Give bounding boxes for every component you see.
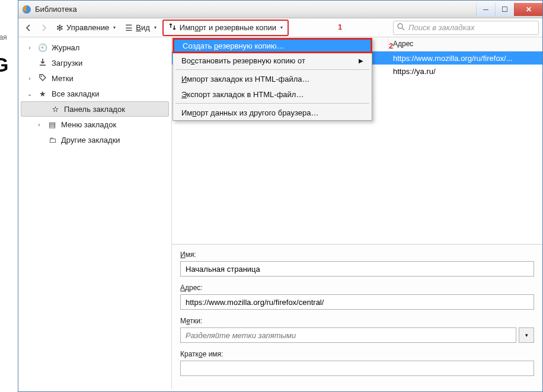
clip-letter: G	[0, 53, 8, 76]
column-address[interactable]: Адрес	[388, 37, 542, 51]
sidebar-item-downloads[interactable]: Загрузки	[18, 55, 171, 70]
import-browser-label: Импорт данных из другого браузера…	[181, 108, 318, 117]
chevron-down-icon: ▾	[280, 25, 283, 30]
clip-text: ная	[0, 33, 7, 41]
name-label: Имя:	[180, 250, 534, 259]
tags-input[interactable]	[180, 327, 516, 343]
expand-icon[interactable]: ›	[35, 121, 43, 128]
sidebar-item-other-bookmarks[interactable]: 🗀 Другие закладки	[18, 132, 171, 147]
minimize-button[interactable]: ─	[476, 3, 495, 16]
toolbar-panel-label: Панель закладок	[64, 105, 125, 114]
import-backup-menu: Создать резервную копию… Восстановить ре…	[173, 38, 372, 121]
sidebar-item-bookmarks-menu[interactable]: › ▤ Меню закладок	[18, 117, 171, 132]
menu-separator	[175, 69, 369, 70]
background-clip: ная G	[0, 0, 18, 392]
chevron-down-icon: ▾	[154, 25, 156, 30]
svg-line-2	[402, 28, 404, 30]
toolbar: ✻ Управление ▾ ☰ Вид ▾ Импорт и резервны…	[18, 18, 542, 37]
sidebar-item-bookmarks-toolbar[interactable]: ✫ Панель закладок	[21, 101, 169, 117]
restore-label: Восстановить резервную копию от	[181, 56, 305, 65]
downloads-label: Загрузки	[52, 59, 82, 68]
close-button[interactable]: ✕	[514, 3, 542, 16]
annotation-2: 2	[389, 41, 393, 50]
shortname-input[interactable]	[180, 361, 534, 376]
sidebar-item-tags[interactable]: › Метки	[18, 70, 171, 86]
view-label: Вид	[136, 23, 150, 32]
shortname-label: Краткое имя:	[180, 350, 534, 358]
svg-point-3	[41, 76, 42, 77]
sidebar-item-history[interactable]: › 🕘 Журнал	[18, 40, 171, 55]
star-panel-icon: ✫	[50, 105, 60, 114]
star-icon: ★	[37, 89, 48, 98]
firefox-icon	[22, 5, 31, 14]
svg-point-1	[398, 24, 403, 28]
manage-label: Управление	[66, 23, 109, 32]
cell-url: https://www.mozilla.org/ru/firefox/...	[388, 54, 542, 63]
menu-restore-backup[interactable]: Восстановить резервную копию от ▶	[173, 53, 372, 68]
details-panel: Имя: Адрес: Метки: ▾ Краткое имя:	[172, 244, 542, 389]
import-html-label: Импорт закладок из HTML-файла…	[181, 75, 310, 83]
import-label: Импорт и резервные копии	[180, 23, 276, 32]
menu-export-html[interactable]: Экспорт закладок в HTML-файл…	[173, 86, 372, 102]
tags-dropdown-button[interactable]: ▾	[519, 327, 534, 343]
all-bookmarks-label: Все закладки	[52, 89, 99, 98]
menu-separator	[175, 103, 369, 104]
tags-label: Метки:	[180, 317, 534, 325]
tags-label: Метки	[52, 74, 74, 83]
backup-label: Создать резервную копию…	[183, 41, 285, 50]
annotation-1: 1	[338, 23, 342, 31]
sidebar-item-all-bookmarks[interactable]: ⌄ ★ Все закладки	[18, 86, 171, 101]
search-icon	[397, 23, 405, 33]
import-export-icon	[168, 23, 177, 33]
gear-icon: ✻	[56, 23, 63, 33]
manage-button[interactable]: ✻ Управление ▾	[53, 21, 119, 35]
menu-import-html[interactable]: Импорт закладок из HTML-файла…	[173, 71, 372, 86]
list-icon: ☰	[125, 23, 133, 33]
import-backup-button[interactable]: Импорт и резервные копии ▾	[162, 20, 289, 36]
export-html-label: Экспорт закладок в HTML-файл…	[181, 90, 304, 99]
download-icon	[37, 58, 48, 68]
menu-create-backup[interactable]: Создать резервную копию…	[173, 38, 372, 53]
tag-icon	[37, 73, 48, 83]
other-bookmarks-label: Другие закладки	[61, 136, 120, 144]
clock-icon: 🕘	[37, 43, 48, 52]
cell-url: https://ya.ru/	[388, 67, 542, 76]
collapse-icon[interactable]: ⌄	[25, 91, 34, 97]
submenu-arrow-icon: ▶	[359, 57, 363, 64]
bookmarks-menu-label: Меню закладок	[61, 120, 116, 129]
sidebar: › 🕘 Журнал Загрузки › Метки ⌄ ★	[18, 37, 172, 389]
window-title: Библиотека	[35, 5, 77, 14]
name-input[interactable]	[180, 261, 534, 277]
folder-icon: 🗀	[47, 136, 58, 144]
address-label: Адрес:	[180, 284, 534, 292]
menu-import-browser[interactable]: Импорт данных из другого браузера…	[173, 105, 372, 120]
address-input[interactable]	[180, 294, 534, 310]
forward-button[interactable]	[37, 21, 50, 34]
menu-icon: ▤	[47, 120, 58, 129]
history-label: Журнал	[52, 43, 79, 52]
maximize-button[interactable]: ☐	[495, 3, 514, 16]
view-button[interactable]: ☰ Вид ▾	[122, 21, 160, 35]
chevron-down-icon: ▾	[113, 25, 116, 30]
expand-icon[interactable]: ›	[25, 75, 34, 82]
search-input[interactable]: Поиск в закладках	[393, 21, 539, 35]
search-placeholder: Поиск в закладках	[408, 23, 474, 32]
expand-icon[interactable]: ›	[25, 44, 34, 51]
chevron-down-icon: ▾	[525, 332, 528, 338]
titlebar: Библиотека ─ ☐ ✕	[18, 1, 542, 18]
back-button[interactable]	[22, 21, 35, 34]
